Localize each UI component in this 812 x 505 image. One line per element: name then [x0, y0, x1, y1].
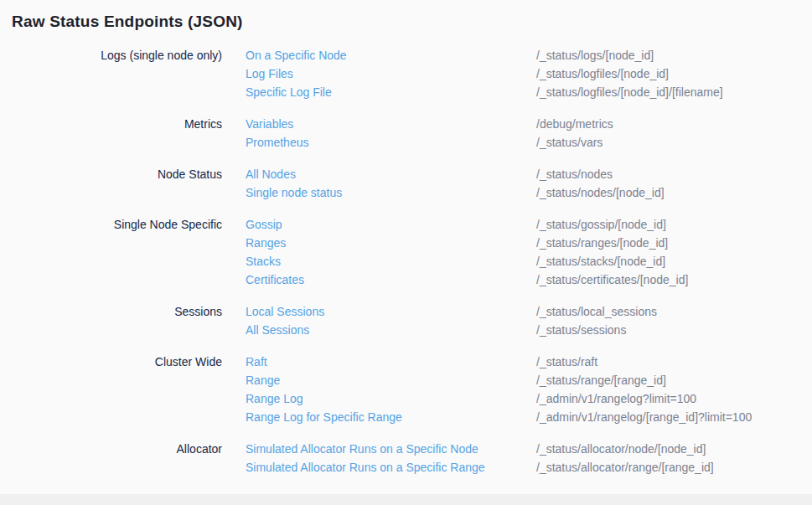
- endpoint-link[interactable]: Prometheus: [246, 133, 536, 152]
- category-label: Sessions: [12, 302, 222, 339]
- endpoint-row: On a Specific Node /_status/logs/[node_i…: [246, 46, 795, 64]
- endpoint-link[interactable]: Range Log for Specific Range: [246, 408, 536, 426]
- endpoint-link[interactable]: All Nodes: [246, 165, 536, 183]
- endpoint-link[interactable]: Local Sessions: [246, 302, 536, 321]
- endpoint-link[interactable]: Range Log: [246, 389, 536, 408]
- section-rows: Raft /_status/raft Range /_status/range/…: [246, 353, 795, 426]
- endpoint-link[interactable]: Stacks: [246, 252, 536, 271]
- endpoint-row: Specific Log File /_status/logfiles/[nod…: [246, 83, 795, 101]
- endpoint-row: Range Log for Specific Range /_admin/v1/…: [246, 408, 795, 426]
- endpoint-link[interactable]: Simulated Allocator Runs on a Specific R…: [246, 458, 536, 477]
- endpoint-path: /_status/logfiles/[node_id]/[filename]: [536, 83, 723, 101]
- endpoint-path: /_status/logs/[node_id]: [536, 46, 654, 64]
- endpoint-section: Node Status All Nodes /_status/nodes Sin…: [12, 165, 795, 202]
- endpoint-section: Allocator Simulated Allocator Runs on a …: [12, 440, 795, 477]
- endpoint-path: /_status/sessions: [536, 321, 626, 339]
- endpoint-row: Prometheus /_status/vars: [246, 133, 795, 152]
- endpoint-path: /_status/ranges/[node_id]: [536, 234, 668, 252]
- endpoint-path: /_admin/v1/rangelog/[range_id]?limit=100: [536, 408, 752, 426]
- page-title: Raw Status Endpoints (JSON): [12, 11, 795, 33]
- endpoint-row: All Sessions /_status/sessions: [246, 321, 795, 339]
- endpoint-path: /_status/range/[range_id]: [536, 371, 666, 389]
- endpoint-row: Range /_status/range/[range_id]: [246, 371, 795, 389]
- endpoint-link[interactable]: Specific Log File: [246, 83, 536, 101]
- endpoint-section: Sessions Local Sessions /_status/local_s…: [12, 302, 795, 339]
- endpoint-row: Range Log /_admin/v1/rangelog?limit=100: [246, 389, 795, 408]
- endpoint-link[interactable]: Raft: [246, 353, 536, 371]
- section-rows: Gossip /_status/gossip/[node_id] Ranges …: [246, 215, 795, 289]
- endpoint-row: Single node status /_status/nodes/[node_…: [246, 183, 795, 202]
- endpoint-link[interactable]: All Sessions: [246, 321, 536, 339]
- section-rows: All Nodes /_status/nodes Single node sta…: [246, 165, 795, 202]
- endpoint-path: /_status/certificates/[node_id]: [536, 271, 688, 289]
- category-label: Metrics: [12, 115, 222, 152]
- endpoint-path: /_status/vars: [536, 133, 603, 152]
- endpoint-link[interactable]: Range: [246, 371, 536, 389]
- section-rows: On a Specific Node /_status/logs/[node_i…: [246, 46, 795, 101]
- endpoint-path: /_status/allocator/range/[range_id]: [536, 458, 714, 477]
- endpoint-link[interactable]: Variables: [246, 115, 536, 133]
- endpoint-section: Logs (single node only) On a Specific No…: [12, 46, 795, 101]
- category-label: Cluster Wide: [12, 353, 222, 426]
- endpoint-path: /_status/stacks/[node_id]: [536, 252, 665, 271]
- endpoint-row: Local Sessions /_status/local_sessions: [246, 302, 795, 321]
- endpoint-row: Stacks /_status/stacks/[node_id]: [246, 252, 795, 271]
- endpoint-link[interactable]: Single node status: [246, 183, 536, 202]
- section-rows: Local Sessions /_status/local_sessions A…: [246, 302, 795, 339]
- section-rows: Variables /debug/metrics Prometheus /_st…: [246, 115, 795, 152]
- section-rows: Simulated Allocator Runs on a Specific N…: [246, 440, 795, 477]
- debug-endpoints-page: Raw Status Endpoints (JSON) Logs (single…: [0, 0, 812, 477]
- endpoint-row: Simulated Allocator Runs on a Specific N…: [246, 440, 795, 458]
- endpoint-link[interactable]: On a Specific Node: [246, 46, 536, 64]
- endpoint-row: Variables /debug/metrics: [246, 115, 795, 133]
- endpoint-row: Simulated Allocator Runs on a Specific R…: [246, 458, 795, 477]
- endpoint-section: Metrics Variables /debug/metrics Prometh…: [12, 115, 795, 152]
- category-label: Allocator: [12, 440, 222, 477]
- endpoint-row: Raft /_status/raft: [246, 353, 795, 371]
- endpoint-path: /_status/allocator/node/[node_id]: [536, 440, 706, 458]
- endpoint-path: /_status/logfiles/[node_id]: [536, 64, 669, 83]
- endpoint-path: /_status/raft: [536, 353, 597, 371]
- endpoint-link[interactable]: Ranges: [246, 234, 536, 252]
- endpoint-path: /_status/local_sessions: [536, 302, 657, 321]
- endpoint-link[interactable]: Simulated Allocator Runs on a Specific N…: [246, 440, 536, 458]
- endpoint-sections: Logs (single node only) On a Specific No…: [12, 46, 795, 477]
- category-label: Single Node Specific: [12, 215, 222, 289]
- endpoint-row: All Nodes /_status/nodes: [246, 165, 795, 183]
- endpoint-row: Ranges /_status/ranges/[node_id]: [246, 234, 795, 252]
- endpoint-path: /debug/metrics: [536, 115, 613, 133]
- endpoint-link[interactable]: Certificates: [246, 271, 536, 289]
- endpoint-link[interactable]: Gossip: [246, 215, 536, 234]
- endpoint-row: Log Files /_status/logfiles/[node_id]: [246, 64, 795, 83]
- endpoint-path: /_status/nodes/[node_id]: [536, 183, 665, 202]
- endpoint-path: /_status/gossip/[node_id]: [536, 215, 666, 234]
- category-label: Logs (single node only): [12, 46, 222, 101]
- endpoint-path: /_admin/v1/rangelog?limit=100: [536, 389, 696, 408]
- endpoint-path: /_status/nodes: [536, 165, 613, 183]
- endpoint-row: Gossip /_status/gossip/[node_id]: [246, 215, 795, 234]
- footer-strip: [0, 494, 812, 505]
- endpoint-section: Single Node Specific Gossip /_status/gos…: [12, 215, 795, 289]
- endpoint-section: Cluster Wide Raft /_status/raft Range /_…: [12, 353, 795, 426]
- category-label: Node Status: [12, 165, 222, 202]
- endpoint-link[interactable]: Log Files: [246, 64, 536, 83]
- endpoint-row: Certificates /_status/certificates/[node…: [246, 271, 795, 289]
